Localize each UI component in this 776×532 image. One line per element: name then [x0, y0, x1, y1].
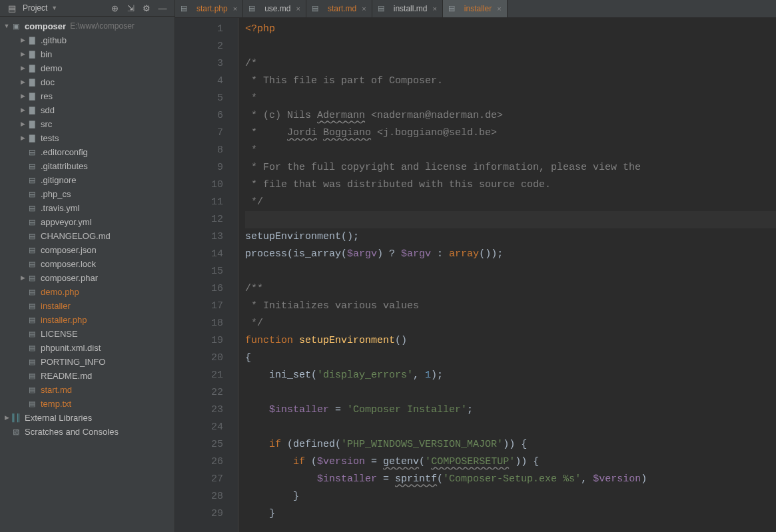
code-line[interactable]: }: [245, 505, 776, 523]
code-line[interactable]: process(is_array($argv) ? $argv : array(…: [245, 246, 776, 263]
code-line[interactable]: * This file is part of Composer.: [245, 73, 776, 90]
chevron-right-icon[interactable]: ▶: [19, 117, 27, 131]
chevron-right-icon[interactable]: ▶: [3, 411, 11, 425]
code-line[interactable]: <?php: [245, 21, 776, 38]
line-number: 19: [175, 332, 223, 350]
code-line[interactable]: [245, 263, 776, 280]
tree-folder[interactable]: ▶▇res: [0, 89, 175, 103]
project-tree[interactable]: ▼ ▣ composer E:\www\composer ▶▇.github▶▇…: [0, 17, 175, 532]
tree-file[interactable]: ▤README.md: [0, 369, 175, 383]
chevron-down-icon[interactable]: ▼: [51, 5, 57, 11]
tree-file[interactable]: ▤CHANGELOG.md: [0, 229, 175, 243]
tree-file[interactable]: ▤phpunit.xml.dist: [0, 341, 175, 355]
chevron-right-icon[interactable]: ▶: [19, 47, 27, 61]
tree-file[interactable]: ▤installer: [0, 299, 175, 313]
editor-tab[interactable]: ▤use.md×: [243, 0, 306, 17]
tree-folder[interactable]: ▶▇tests: [0, 131, 175, 145]
hide-icon[interactable]: —: [157, 2, 169, 14]
code-line[interactable]: * Initializes various values: [245, 298, 776, 315]
chevron-right-icon[interactable]: ▶: [19, 89, 27, 103]
tree-item-label: start.md: [41, 383, 72, 397]
code-line[interactable]: * file that was distributed with this so…: [245, 176, 776, 194]
close-icon[interactable]: ×: [430, 5, 436, 13]
code-line[interactable]: * Jordi Boggiano <j.boggiano@seld.be>: [245, 125, 776, 142]
tree-folder[interactable]: ▶▇doc: [0, 75, 175, 89]
code-line[interactable]: if ($version = getenv('COMPOSERSETUP')) …: [245, 453, 776, 471]
tree-file[interactable]: ▤LICENSE: [0, 327, 175, 341]
tree-folder[interactable]: ▶▇src: [0, 117, 175, 131]
tree-file[interactable]: ▤composer.json: [0, 243, 175, 257]
close-icon[interactable]: ×: [231, 5, 237, 13]
code-line[interactable]: $installer = 'Composer Installer';: [245, 401, 776, 419]
code-line[interactable]: */: [245, 194, 776, 211]
gear-icon[interactable]: ⚙: [141, 2, 153, 14]
tree-folder[interactable]: ▶▇sdd: [0, 103, 175, 117]
code-line[interactable]: * For the full copyright and license inf…: [245, 159, 776, 176]
line-number: 12: [175, 211, 223, 228]
code-line[interactable]: /*: [245, 55, 776, 73]
code-line[interactable]: *: [245, 142, 776, 159]
file-icon: ▤: [27, 301, 37, 312]
line-number: 6: [175, 107, 223, 125]
code-line[interactable]: function setupEnvironment(): [245, 332, 776, 350]
editor-tab[interactable]: ▤installer×: [443, 0, 508, 17]
tree-file[interactable]: ▤.editorconfig: [0, 145, 175, 159]
code-line[interactable]: {: [245, 350, 776, 367]
code-line[interactable]: *: [245, 90, 776, 107]
tree-file[interactable]: ▤.gitattributes: [0, 159, 175, 173]
code-line[interactable]: ini_set('display_errors', 1);: [245, 367, 776, 384]
tree-folder[interactable]: ▶▇.github: [0, 33, 175, 47]
chevron-right-icon[interactable]: ▶: [19, 103, 27, 117]
tree-file[interactable]: ▤.travis.yml: [0, 201, 175, 215]
chevron-right-icon[interactable]: ▶: [19, 131, 27, 145]
line-number: 9: [175, 159, 223, 176]
tree-file[interactable]: ▤temp.txt: [0, 397, 175, 411]
code-content[interactable]: <?php /* * This file is part of Composer…: [238, 18, 776, 532]
editor-tab[interactable]: ▤install.md×: [372, 0, 443, 17]
tree-file[interactable]: ▤installer.php: [0, 313, 175, 327]
chevron-right-icon[interactable]: ▶: [19, 33, 27, 47]
code-line[interactable]: setupEnvironment();: [245, 228, 776, 246]
code-line[interactable]: [245, 38, 776, 55]
gutter: 1234567891011121314151617181920212223242…: [175, 18, 238, 532]
code-line[interactable]: */: [245, 315, 776, 332]
tree-file[interactable]: ▤.gitignore: [0, 173, 175, 187]
close-icon[interactable]: ×: [360, 5, 366, 13]
code-line[interactable]: * (c) Nils Adermann <naderman@naderman.d…: [245, 107, 776, 125]
code-editor[interactable]: 1234567891011121314151617181920212223242…: [175, 18, 776, 532]
code-line[interactable]: }: [245, 488, 776, 505]
tree-folder[interactable]: ▶▇bin: [0, 47, 175, 61]
locate-icon[interactable]: ⊕: [109, 2, 121, 14]
chevron-down-icon[interactable]: ▼: [3, 19, 11, 33]
tree-file[interactable]: ▤start.md: [0, 383, 175, 397]
scratches-consoles[interactable]: ▧ Scratches and Consoles: [0, 425, 175, 439]
tree-file[interactable]: ▤.php_cs: [0, 187, 175, 201]
code-line[interactable]: if (defined('PHP_WINDOWS_VERSION_MAJOR')…: [245, 436, 776, 453]
folder-icon: ▣: [11, 21, 21, 32]
chevron-right-icon[interactable]: ▶: [19, 61, 27, 75]
collapse-icon[interactable]: ⇲: [125, 2, 137, 14]
tree-file[interactable]: ▤appveyor.yml: [0, 215, 175, 229]
close-icon[interactable]: ×: [294, 5, 300, 13]
tree-file[interactable]: ▤composer.lock: [0, 257, 175, 271]
tree-folder[interactable]: ▶▇demo: [0, 61, 175, 75]
line-number: 11: [175, 194, 223, 211]
code-line[interactable]: [245, 211, 776, 228]
close-icon[interactable]: ×: [495, 5, 501, 13]
file-icon: ▤: [27, 385, 37, 396]
code-line[interactable]: [245, 419, 776, 436]
tree-item-label: CHANGELOG.md: [41, 229, 111, 243]
external-libraries[interactable]: ▶ ║║ External Libraries: [0, 411, 175, 425]
tree-file[interactable]: ▤PORTING_INFO: [0, 355, 175, 369]
code-line[interactable]: /**: [245, 280, 776, 298]
editor-tab[interactable]: ▤start.md×: [306, 0, 372, 17]
line-number: 21: [175, 367, 223, 384]
code-line[interactable]: [245, 384, 776, 401]
tree-file[interactable]: ▤demo.php: [0, 285, 175, 299]
tree-file[interactable]: ▶▤composer.phar: [0, 271, 175, 285]
project-root[interactable]: ▼ ▣ composer E:\www\composer: [0, 19, 175, 33]
editor-tab[interactable]: ▤start.php×: [175, 0, 243, 17]
chevron-right-icon[interactable]: ▶: [19, 271, 27, 285]
code-line[interactable]: $installer = sprintf('Composer-Setup.exe…: [245, 471, 776, 488]
chevron-right-icon[interactable]: ▶: [19, 75, 27, 89]
